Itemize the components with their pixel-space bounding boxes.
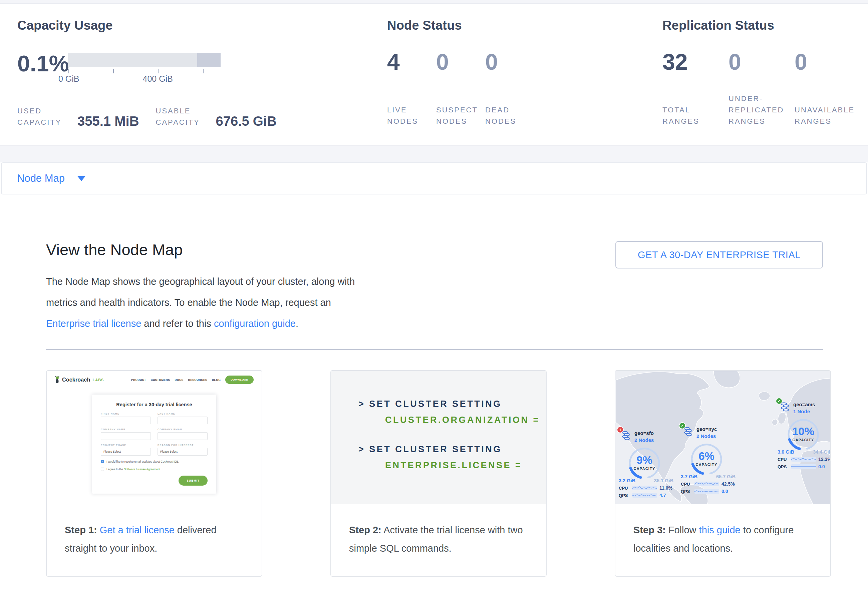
intro-paragraph: The Node Map shows the geographical layo…: [46, 271, 376, 334]
nav-blog: BLOG: [212, 378, 221, 381]
sql-line-4: ENTERPRISE.LICENSE =: [385, 460, 546, 471]
email-updates-checkbox: ✓: [101, 460, 104, 463]
capacity-tick-400: 400 GiB: [143, 74, 173, 84]
company-email-field: [158, 432, 208, 440]
page-title: View the Node Map: [46, 241, 376, 259]
capacity-percent: 9%: [624, 454, 665, 466]
last-name-field: [158, 416, 208, 424]
usable-capacity-label: USABLE CAPACITY: [156, 105, 216, 128]
get-enterprise-trial-button[interactable]: GET A 30-DAY ENTERPRISE TRIAL: [616, 241, 823, 268]
license-agree-checkbox: [101, 468, 104, 471]
step3-caption: Step 3: Follow this guide to configure l…: [616, 504, 830, 558]
capacity-gauge: 6% CAPACITY: [686, 441, 727, 474]
used-capacity-label: USED CAPACITY: [17, 105, 77, 128]
nodemap-placeholder-content: View the Node Map The Node Map shows the…: [0, 194, 868, 577]
database-stack-icon: [621, 431, 632, 440]
dead-nodes-value: 0: [485, 50, 534, 73]
get-trial-license-link[interactable]: Get a trial license: [100, 525, 174, 535]
replication-status-section: Replication Status 32 0 0 TOTAL RANGES U…: [663, 18, 868, 146]
step2-card: > SET CLUSTER SETTING CLUSTER.ORGANIZATI…: [331, 370, 547, 577]
step1-card: Cockroach LABS PRODUCT CUSTOMERS DOCS RE…: [46, 370, 262, 577]
first-name-label: FIRST NAME: [101, 412, 151, 415]
qps-label: QPS: [619, 493, 630, 498]
cpu-value: 12.3%: [818, 456, 830, 462]
company-email-label: COMPANY EMAIL: [158, 428, 208, 431]
qps-value: 0.0: [818, 464, 825, 469]
logo-suffix: LABS: [93, 378, 104, 382]
qps-sparkline: [791, 464, 816, 469]
configuration-guide-link[interactable]: configuration guide: [214, 318, 296, 329]
this-guide-link[interactable]: this guide: [699, 525, 741, 535]
sql-line-2: CLUSTER.ORGANIZATION =: [385, 415, 546, 425]
email-updates-label: I would like to receive email updates ab…: [106, 460, 179, 463]
capacity-label: CAPACITY: [686, 463, 727, 466]
project-phase-label: PROJECT PHASE: [101, 444, 151, 447]
node-count: 2 Nodes: [635, 437, 654, 443]
total-ranges-label: TOTAL RANGES: [663, 104, 729, 127]
nav-customers: CUSTOMERS: [151, 378, 170, 381]
cpu-sparkline: [632, 486, 657, 490]
dead-nodes-label: DEAD NODES: [485, 104, 534, 127]
suspect-nodes-value: 0: [436, 50, 485, 73]
capacity-label: CAPACITY: [783, 438, 824, 442]
cpu-sparkline: [694, 482, 719, 486]
nav-product: PRODUCT: [131, 378, 146, 381]
project-phase-select: Please Select: [101, 448, 151, 456]
nav-docs: DOCS: [174, 378, 183, 381]
ok-badge: ✓: [679, 422, 686, 429]
step1-caption: Step 1: Get a trial license delivered st…: [47, 504, 262, 558]
cpu-sparkline: [791, 457, 816, 462]
logo-word: Cockroach: [62, 377, 90, 383]
usable-capacity-value: 676.5 GiB: [216, 114, 277, 128]
reason-label: REASON FOR INTEREST: [158, 444, 208, 447]
nodemap-thumbnail: 1 geo=sfo 2 Nodes: [616, 371, 830, 504]
used-capacity-value: 355.1 MiB: [77, 114, 139, 128]
download-pill: DOWNLOAD: [225, 375, 254, 384]
qps-sparkline: [694, 489, 719, 494]
node-count: 2 Nodes: [697, 433, 717, 439]
capacity-label: CAPACITY: [624, 466, 665, 471]
form-heading: Register for a 30-day trial license: [101, 402, 208, 407]
capacity-tick-0: 0 GiB: [58, 74, 80, 84]
sql-line-1: > SET CLUSTER SETTING: [359, 399, 546, 409]
unavailable-ranges-label: UNAVAILABLE RANGES: [794, 104, 861, 127]
ok-badge: ✓: [775, 397, 782, 405]
intro-text-1: The Node Map shows the geographical layo…: [46, 276, 355, 308]
capacity-percent: 6%: [686, 450, 727, 463]
replication-status-title: Replication Status: [663, 18, 868, 33]
page-top-gap: [0, 0, 868, 3]
capacity-gauge: 9% CAPACITY: [624, 444, 665, 478]
qps-label: QPS: [681, 489, 692, 494]
database-stack-icon: [683, 427, 694, 436]
node-count: 1 Node: [793, 409, 815, 415]
section-divider: [46, 349, 823, 350]
capacity-bar: 0 GiB 400 GiB: [68, 53, 221, 84]
qps-sparkline: [632, 493, 657, 497]
first-name-field: [101, 416, 151, 424]
nodemap-view-selector[interactable]: Node Map: [1, 162, 867, 194]
cockroach-labs-logo: Cockroach LABS: [54, 375, 104, 384]
intro-text-3: .: [296, 318, 298, 329]
sql-commands-thumbnail: > SET CLUSTER SETTING CLUSTER.ORGANIZATI…: [331, 371, 546, 504]
intro-text-2: and refer to this: [141, 318, 214, 329]
enterprise-trial-license-link[interactable]: Enterprise trial license: [46, 318, 141, 329]
capacity-bar-segment: [197, 53, 221, 67]
capacity-gauge: 10% CAPACITY: [783, 416, 824, 449]
unavailable-ranges-value: 0: [794, 50, 861, 73]
reason-select: Please Select: [158, 448, 208, 456]
software-license-link: Software License Agreement.: [124, 468, 161, 471]
error-badge: 1: [617, 426, 624, 433]
submit-pill: SUBMIT: [179, 475, 208, 486]
capacity-axis-ticks: [68, 68, 221, 74]
license-agree-label: I agree to the Software License Agreemen…: [106, 468, 161, 471]
trial-register-form: Register for a 30-day trial license FIRS…: [92, 394, 216, 494]
nav-resources: RESOURCES: [188, 378, 207, 381]
cpu-value: 11.0%: [660, 485, 672, 491]
cpu-label: CPU: [681, 482, 692, 487]
cluster-summary-bar: Capacity Usage 0.1% 0 GiB 400 GiB: [0, 3, 868, 146]
nodemap-selector-label[interactable]: Node Map: [17, 172, 65, 184]
qps-label: QPS: [778, 464, 789, 469]
locality-name: geo=sfo: [635, 430, 654, 436]
qps-value: 4.7: [660, 493, 666, 498]
qps-value: 0.0: [722, 489, 728, 494]
